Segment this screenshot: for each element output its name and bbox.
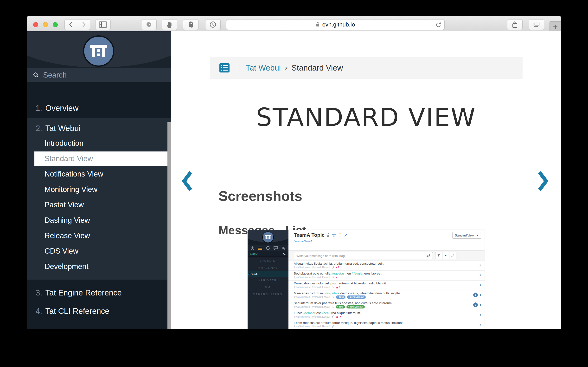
send-paper-plane-icon[interactable] — [426, 254, 430, 258]
sidebar-item-release-view[interactable]: Release View — [27, 228, 171, 243]
heart-reaction[interactable]: ♥ — [340, 315, 341, 318]
zoom-button[interactable] — [53, 22, 58, 27]
extension-hand-button[interactable] — [162, 19, 177, 30]
hashtag[interactable]: #nec — [322, 311, 329, 315]
minimize-button[interactable] — [43, 22, 48, 27]
next-page-arrow[interactable] — [537, 170, 548, 192]
tabs-icon — [533, 21, 540, 28]
permalink-icon[interactable] — [332, 306, 334, 308]
notifications-bell-icon[interactable] — [338, 233, 342, 237]
reload-icon[interactable] — [435, 22, 442, 28]
thumb-reaction[interactable] — [336, 316, 338, 318]
open-message-chevron[interactable]: › — [479, 322, 482, 327]
new-tab-button[interactable]: + — [549, 21, 561, 31]
podium-icon[interactable] — [327, 233, 330, 237]
message-row[interactable]: Donec rhoncus dolor vel ipsum rutrum, at… — [289, 281, 484, 291]
permalink-icon[interactable] — [332, 296, 334, 298]
reply-count-badge[interactable]: 1 — [473, 292, 478, 297]
sidebar-item-tat-engine-reference[interactable]: 3.Tat Engine Reference — [27, 285, 171, 300]
channel-dm[interactable]: /DM▾ — [248, 284, 289, 291]
sidebar-item-monitoring-view[interactable]: Monitoring View — [27, 182, 171, 197]
star-icon[interactable] — [250, 246, 255, 250]
sidebar-item-tat-cli-reference[interactable]: 4.Tat CLI Reference — [27, 304, 171, 319]
permalink-icon[interactable] — [332, 276, 334, 278]
message-row[interactable]: Sed interdum dolor pharetra felis egesta… — [289, 300, 484, 310]
sidebar-item-development[interactable]: Development — [27, 259, 171, 274]
message-row[interactable]: Etiam rhoncus est pretium tortor tristiq… — [289, 320, 484, 329]
heart-reaction[interactable]: ♥2 — [336, 266, 339, 269]
channel-internal[interactable]: /INTERNAL — [248, 264, 289, 271]
sidebar-item-notifications-view[interactable]: Notifications View — [27, 167, 171, 182]
channel-private[interactable]: /PRIVATE — [248, 277, 289, 284]
channel-teama[interactable]: /TeamA — [248, 271, 289, 277]
permalink-icon[interactable] — [332, 325, 334, 328]
channel-search-input[interactable]: teamA — [248, 251, 289, 257]
open-message-chevron[interactable]: › — [479, 263, 482, 267]
sidebar-toggle-button[interactable] — [95, 19, 111, 30]
filter-button[interactable] — [435, 252, 443, 259]
sidebar-item-overview[interactable]: 1.Overview — [27, 101, 171, 116]
open-message-chevron[interactable]: › — [479, 292, 482, 297]
forward-button[interactable] — [77, 19, 90, 30]
tat-logo[interactable] — [83, 35, 114, 67]
star-outline-icon[interactable] — [332, 233, 336, 237]
channel-others-users[interactable]: /OTHERS USERS▾ — [248, 291, 289, 298]
sidebar-item-tat-webui[interactable]: 2.Tat Webui — [27, 121, 171, 136]
expand-button[interactable] — [449, 252, 456, 259]
permalink-icon[interactable] — [332, 316, 334, 318]
open-message-chevron[interactable]: › — [479, 283, 482, 287]
hashtag[interactable]: #egestas — [331, 272, 345, 275]
label-badge[interactable]: • done — [336, 305, 345, 309]
message-row[interactable]: Sed placerat odio et nulla #egestas , eu… — [289, 271, 484, 281]
previous-page-arrow[interactable] — [182, 170, 193, 192]
message-text: Donec rhoncus dolor vel ipsum rutrum, at… — [294, 282, 484, 285]
sidebar-item-dashing-view[interactable]: Dashing View — [27, 213, 171, 228]
permalink-icon[interactable] — [332, 286, 334, 288]
list-icon[interactable] — [258, 246, 262, 250]
heart-reaction[interactable]: ♥ — [336, 276, 337, 279]
sidebar-item-pastat-view[interactable]: Pastat View — [27, 197, 171, 213]
label-badge[interactable]: • done:yesnault — [346, 305, 365, 309]
hashtag[interactable]: #tempor — [304, 311, 316, 315]
view-selector-dropdown[interactable]: Standard View ▼ — [452, 232, 481, 239]
settings-gears-icon[interactable] — [281, 246, 286, 250]
sidebar-item-cds-view[interactable]: CDS View — [27, 243, 171, 259]
label-badge[interactable]: • doing — [336, 295, 346, 299]
message-row[interactable]: Maecenas dictum mi #vulputate diam cursu… — [289, 291, 484, 300]
extension-onepassword-button[interactable] — [205, 19, 221, 30]
permalink-icon[interactable] — [332, 266, 334, 268]
hashtag[interactable]: #vulputate — [325, 291, 339, 295]
open-message-chevron[interactable]: › — [479, 312, 482, 317]
sidebar-item-standard-view[interactable]: Standard View — [34, 151, 171, 166]
breadcrumb-section-link[interactable]: Tat Webui — [246, 63, 281, 73]
open-message-chevron[interactable]: › — [479, 273, 482, 277]
sidebar-scrollbar[interactable] — [168, 122, 171, 329]
address-bar[interactable]: ovh.github.io — [226, 19, 445, 30]
extension-help-button[interactable]: ? — [141, 19, 157, 30]
edit-pencil-icon[interactable] — [344, 233, 348, 237]
back-button[interactable] — [64, 19, 77, 30]
tabs-overview-button[interactable] — [529, 19, 544, 30]
history-icon[interactable] — [266, 246, 270, 250]
topic-path[interactable]: /Internal/TeamA — [294, 240, 312, 243]
close-button[interactable] — [33, 22, 38, 27]
channel-public[interactable]: /PUBLIC — [248, 257, 289, 264]
extension-ghost-button[interactable] — [183, 19, 199, 30]
message-row[interactable]: Aliquam vitae ligula lacinia, pretium ur… — [289, 261, 484, 271]
message-composer-input[interactable]: Write your message here with #tag — [294, 252, 433, 259]
thumb-reaction[interactable]: 2 — [336, 286, 340, 289]
toc-icon[interactable] — [219, 63, 230, 73]
label-badge[interactable]: • doing:yesnault — [347, 295, 366, 299]
filter-options-button[interactable]: ▼ — [442, 252, 449, 259]
chat-icon[interactable] — [274, 246, 278, 250]
message-text-segment: urna aliquet interdum. — [329, 311, 361, 315]
sidebar-top-tat-engine-reference: 3.Tat Engine Reference — [27, 285, 171, 300]
sidebar-item-introduction[interactable]: Introduction — [27, 136, 171, 151]
reply-count-badge[interactable]: 2 — [473, 302, 478, 307]
open-message-chevron[interactable]: › — [479, 302, 482, 307]
chevron-down-icon: ▾ — [283, 293, 285, 295]
hashtag[interactable]: #feugiat — [352, 272, 363, 275]
share-button[interactable] — [507, 19, 523, 30]
docs-search-input[interactable]: Search — [27, 68, 171, 82]
message-row[interactable]: Fusce #tempor est #nec urna aliquet inte… — [289, 310, 484, 320]
